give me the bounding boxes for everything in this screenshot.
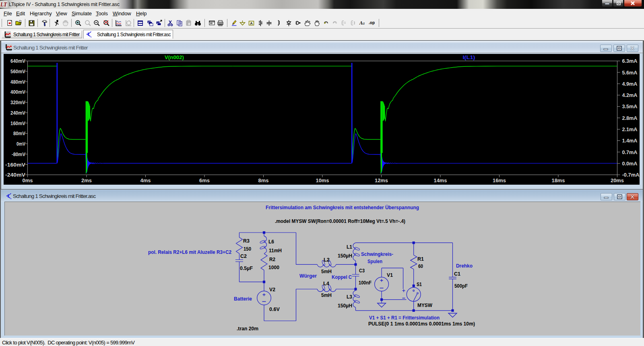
svg-text:10ms: 10ms bbox=[316, 177, 329, 183]
svg-text:Schwingkreis-: Schwingkreis- bbox=[361, 251, 393, 257]
svg-text:160mV: 160mV bbox=[10, 120, 25, 126]
svg-text:60: 60 bbox=[418, 263, 423, 269]
svg-text:R3: R3 bbox=[243, 238, 250, 244]
svg-text:3.5mA: 3.5mA bbox=[622, 103, 638, 109]
svg-text:C1: C1 bbox=[454, 271, 460, 277]
svg-text:.op: .op bbox=[369, 21, 375, 25]
svg-text:0.7mA: 0.7mA bbox=[622, 149, 638, 155]
svg-text:480mV: 480mV bbox=[10, 79, 25, 85]
svg-text:11mH: 11mH bbox=[269, 247, 282, 253]
svg-text:S1: S1 bbox=[417, 281, 422, 287]
svg-text:150µH: 150µH bbox=[338, 303, 352, 309]
svg-text:18ms: 18ms bbox=[552, 177, 565, 183]
svg-text:L2: L2 bbox=[324, 257, 330, 263]
svg-text:2.1mA: 2.1mA bbox=[622, 126, 638, 132]
svg-text:R2: R2 bbox=[269, 256, 275, 262]
svg-text:0.5µF: 0.5µF bbox=[240, 265, 253, 271]
svg-text:150: 150 bbox=[244, 246, 251, 252]
svg-text:8ms: 8ms bbox=[258, 177, 269, 183]
svg-text:V1 + S1 + R1 = Frittersimulati: V1 + S1 + R1 = Frittersimulation bbox=[369, 315, 440, 321]
svg-text:pol. Relais R2+L6 mit Aluzelle: pol. Relais R2+L6 mit Aluzelle R3+C2 bbox=[148, 249, 231, 255]
svg-text:6ms: 6ms bbox=[199, 177, 210, 183]
svg-text:14ms: 14ms bbox=[434, 177, 447, 183]
svg-text:320mV: 320mV bbox=[10, 99, 25, 105]
svg-text:4.9mA: 4.9mA bbox=[622, 81, 638, 87]
svg-text:L6: L6 bbox=[268, 239, 274, 245]
svg-text:V(n002): V(n002) bbox=[165, 54, 184, 60]
svg-text:.tran 20m: .tran 20m bbox=[237, 325, 258, 332]
svg-text:20ms: 20ms bbox=[611, 177, 624, 183]
svg-text:16ms: 16ms bbox=[493, 177, 506, 183]
svg-text:5mH: 5mH bbox=[321, 268, 332, 274]
svg-text:640mV: 640mV bbox=[10, 58, 25, 64]
svg-text:Frittersimulation am Schwingkr: Frittersimulation am Schwingkreis mit en… bbox=[266, 204, 419, 210]
svg-text:Würger: Würger bbox=[299, 273, 317, 279]
svg-text:6.3mA: 6.3mA bbox=[622, 58, 638, 64]
svg-text:A: A bbox=[250, 21, 253, 25]
svg-text:5mH: 5mH bbox=[321, 292, 332, 298]
svg-text:80mV: 80mV bbox=[13, 130, 25, 136]
svg-text:a: a bbox=[363, 21, 365, 25]
svg-text:.model MYSW SW(Ron=0.00001 Rof: .model MYSW SW(Ron=0.00001 Roff=10Meg Vt… bbox=[275, 218, 405, 224]
svg-text:5.6mA: 5.6mA bbox=[622, 70, 638, 76]
svg-text:100nF: 100nF bbox=[359, 280, 372, 286]
svg-text:V1: V1 bbox=[387, 272, 393, 278]
svg-text:LT: LT bbox=[0, 1, 7, 8]
svg-text:Spulen: Spulen bbox=[367, 258, 382, 264]
svg-text:C2: C2 bbox=[240, 253, 247, 259]
svg-text:150µH: 150µH bbox=[338, 253, 352, 259]
svg-text:0mV: 0mV bbox=[17, 141, 25, 147]
svg-text:L1: L1 bbox=[347, 244, 352, 250]
svg-text:-160mV: -160mV bbox=[5, 162, 25, 168]
svg-text:2ms: 2ms bbox=[81, 177, 92, 183]
svg-text:12ms: 12ms bbox=[375, 177, 388, 183]
svg-text:L4: L4 bbox=[323, 280, 329, 286]
svg-text:V2: V2 bbox=[269, 286, 275, 292]
svg-text:0.6V: 0.6V bbox=[269, 306, 280, 312]
svg-text:-0.7mA: -0.7mA bbox=[622, 172, 640, 178]
svg-text:0ms: 0ms bbox=[23, 177, 33, 183]
svg-text:4.2mA: 4.2mA bbox=[622, 92, 638, 98]
svg-text:-80mV: -80mV bbox=[12, 151, 25, 157]
svg-text:1000: 1000 bbox=[268, 264, 279, 270]
svg-text:240mV: 240mV bbox=[10, 110, 25, 116]
svg-text:400mV: 400mV bbox=[10, 89, 25, 95]
svg-text:2.8mA: 2.8mA bbox=[622, 115, 638, 121]
svg-text:500pF: 500pF bbox=[454, 283, 468, 289]
svg-text:L3: L3 bbox=[347, 294, 352, 300]
svg-text:4ms: 4ms bbox=[140, 177, 151, 183]
svg-text:A: A bbox=[359, 20, 363, 26]
svg-text:Drehko: Drehko bbox=[456, 263, 473, 269]
svg-text:560mV: 560mV bbox=[10, 68, 25, 74]
svg-text:R1: R1 bbox=[417, 256, 424, 262]
svg-text:Batterie: Batterie bbox=[234, 296, 252, 302]
svg-text:0.0mA: 0.0mA bbox=[622, 161, 638, 167]
svg-text:I(L1): I(L1) bbox=[463, 54, 475, 60]
svg-text:Koppel C: Koppel C bbox=[332, 274, 352, 280]
svg-text:MYSW: MYSW bbox=[417, 302, 432, 308]
svg-text:1.4mA: 1.4mA bbox=[622, 138, 638, 144]
svg-text:PULSE(0 1 1ms 0.0001ms 0.0001m: PULSE(0 1 1ms 0.0001ms 0.0001ms 1ms 10m) bbox=[368, 321, 475, 327]
svg-text:C3: C3 bbox=[359, 268, 365, 274]
